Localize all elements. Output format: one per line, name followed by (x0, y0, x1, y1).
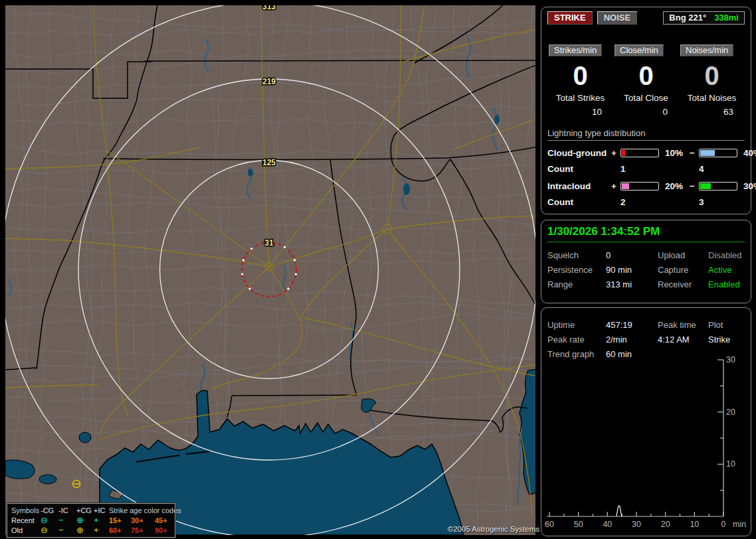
setting-cell: 0 (606, 250, 658, 260)
trend-spike (616, 506, 622, 516)
counter-column-1: Close/min0Total Close0 (613, 44, 679, 117)
setting-row-1: Persistence90 minCaptureActive (547, 265, 745, 275)
strike-button[interactable]: STRIKE (547, 11, 593, 25)
setting-cell: Active (708, 265, 745, 275)
noise-button[interactable]: NOISE (597, 11, 637, 25)
map-legend: Symbols -CG -IC +CG +IC Strike age color… (7, 503, 175, 538)
counter-total-label: Total Strikes (549, 93, 612, 103)
rate-counters: Strikes/min0Total Strikes10Close/min0Tot… (547, 44, 745, 117)
distribution-type-label: Intracloud (547, 181, 611, 191)
legend-col-pos-cg: +CG (76, 506, 94, 514)
legend-age-60: 60+ (109, 526, 131, 534)
distribution-row-0: Cloud-ground+10%−40% (547, 148, 745, 158)
count-label: Count (547, 164, 611, 174)
legend-row-label: Old (11, 526, 41, 534)
distribution-title: Lightning type distribution (547, 128, 745, 141)
trend-x-tick: 0 (721, 520, 726, 529)
positive-percent-bar (620, 182, 659, 191)
legend-symbol-pos-ic-icon: + (94, 516, 109, 524)
setting-cell: 90 min (606, 265, 658, 275)
legend-age-header: Strike age color codes (109, 506, 171, 514)
minus-sign: − (690, 181, 699, 191)
trend-x-tick: 60 (545, 520, 554, 529)
stat-cell: 2/min (606, 335, 658, 345)
legend-symbol-neg-ic-icon: − (58, 526, 76, 534)
counter-total-value: 0 (614, 107, 678, 117)
legend-symbol-pos-cg-icon: ⊕ (76, 516, 94, 524)
legend-age-45: 45+ (155, 516, 171, 524)
positive-count-value: 1 (620, 164, 661, 174)
distribution-count-row-1: Count23 (547, 197, 745, 207)
status-panel: 1/30/2026 1:34:52 PM Squelch0UploadDisab… (541, 220, 751, 303)
stat-cell: Plot (708, 320, 745, 330)
plus-sign: + (611, 181, 620, 191)
stat-cell: 457:19 (606, 320, 658, 330)
legend-symbol-pos-cg-icon: ⊕ (76, 526, 94, 534)
legend-age-90: 90+ (155, 526, 171, 534)
setting-cell: Range (547, 279, 606, 289)
trend-y-tick: 20 (726, 408, 735, 417)
negative-percent-value: 40% (739, 148, 756, 158)
counter-value: 0 (614, 62, 678, 89)
counter-value: 0 (549, 62, 612, 89)
counter-chip: Close/min (614, 44, 664, 56)
stat-cell: Strike (708, 335, 745, 345)
legend-age-30: 30+ (131, 516, 155, 524)
trend-panel: Uptime457:19Peak timePlotPeak rate2/min4… (541, 307, 751, 536)
uptime-stats-grid: Uptime457:19Peak timePlotPeak rate2/min4… (547, 320, 745, 359)
app-window: 31321912531 Symbols -CG -IC +CG +IC Stri… (0, 0, 756, 539)
setting-row-2: Range313 miReceiverEnabled (547, 279, 745, 289)
setting-cell: Disabled (708, 250, 745, 260)
counter-chip: Strikes/min (549, 44, 602, 56)
setting-cell: Receiver (658, 279, 708, 289)
stat-cell: Uptime (547, 320, 606, 330)
trend-y-tick: 30 (726, 356, 735, 364)
legend-symbol-pos-ic-icon: + (94, 526, 109, 534)
mode-button-row: STRIKENOISE Bng 221°338mi (547, 11, 745, 25)
trend-x-tick: 30 (632, 520, 641, 529)
legend-row-label: Recent (11, 516, 41, 524)
distribution-type-label: Cloud-ground (547, 148, 611, 158)
minus-sign: − (690, 148, 699, 158)
bearing-readout: Bng 221°338mi (663, 11, 745, 25)
counter-column-0: Strikes/min0Total Strikes10 (547, 44, 613, 117)
ring-label-313: 313 (262, 5, 276, 11)
trend-x-tick: 10 (690, 520, 699, 529)
trend-x-tick: 50 (574, 520, 583, 529)
counter-value: 0 (680, 62, 743, 89)
counter-total-value: 63 (680, 107, 743, 117)
lightning-map[interactable]: 31321912531 Symbols -CG -IC +CG +IC Stri… (5, 5, 535, 535)
setting-cell: Persistence (547, 265, 606, 275)
clock-display: 1/30/2026 1:34:52 PM (547, 224, 745, 242)
counter-chip: Noises/min (680, 44, 733, 56)
distribution-count-row-0: Count14 (547, 164, 745, 174)
negative-percent-bar (699, 182, 737, 191)
stat-cell: Peak rate (547, 335, 606, 345)
counter-total-value: 10 (549, 107, 612, 117)
distribution-rows: Cloud-ground+10%−40%Count14Intracloud+20… (547, 148, 745, 207)
stat-cell: 4:12 AM (658, 335, 708, 345)
legend-col-pos-ic: +IC (94, 506, 109, 514)
legend-row-old: Old⊖−⊕+60+75+90+ (11, 525, 172, 535)
positive-percent-value: 20% (661, 181, 690, 191)
negative-count-value: 3 (699, 197, 739, 207)
counter-total-label: Total Close (614, 93, 678, 103)
positive-percent-bar (620, 149, 659, 157)
plus-sign: + (611, 148, 620, 158)
counter-column-2: Noises/min0Total Noises63 (679, 44, 745, 117)
stat-row-1: Peak rate2/min4:12 AMStrike (547, 335, 745, 345)
ring-label-219: 219 (262, 77, 276, 86)
trend-x-unit: min (733, 520, 746, 529)
stats-panel: STRIKENOISE Bng 221°338mi Strikes/min0To… (541, 7, 751, 214)
count-label: Count (547, 197, 611, 207)
trend-x-tick: 20 (661, 520, 670, 529)
stat-row-0: Uptime457:19Peak timePlot (547, 320, 745, 330)
legend-symbol-neg-cg-icon: ⊖ (41, 516, 58, 524)
setting-cell: Enabled (708, 279, 745, 289)
stat-cell: Peak time (658, 320, 708, 330)
positive-percent-value: 10% (661, 148, 690, 158)
setting-row-0: Squelch0UploadDisabled (547, 250, 745, 260)
settings-grid: Squelch0UploadDisabledPersistence90 minC… (547, 250, 745, 289)
legend-age-75: 75+ (131, 526, 155, 534)
ring-label-31: 31 (264, 238, 274, 248)
